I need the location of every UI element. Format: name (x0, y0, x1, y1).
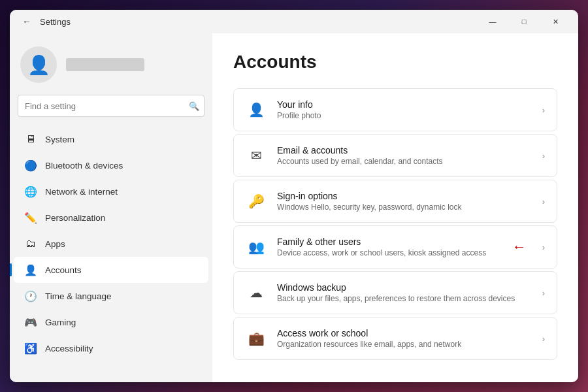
sidebar-label-apps: Apps (45, 239, 65, 249)
sidebar-item-bluetooth[interactable]: 🔵 Bluetooth & devices (14, 152, 208, 178)
access-work-icon: 💼 (246, 328, 267, 349)
nav-items: 🖥 System 🔵 Bluetooth & devices 🌐 Network… (10, 126, 212, 361)
sidebar-item-apps[interactable]: 🗂 Apps (14, 231, 208, 257)
sidebar-label-accessibility: Accessibility (45, 344, 93, 353)
time-icon: 🕐 (24, 289, 37, 302)
family-users-title: Family & other users (277, 237, 502, 247)
annotation-arrow: ← (512, 238, 527, 255)
close-button[interactable]: ✕ (540, 11, 570, 32)
accounts-icon: 👤 (24, 263, 37, 276)
search-icon: 🔍 (189, 101, 199, 111)
window-controls: — □ ✕ (478, 11, 570, 32)
sidebar-label-network: Network & internet (45, 187, 118, 197)
access-work-desc: Organization resources like email, apps,… (277, 340, 532, 349)
main-content: Accounts 👤 Your info Profile photo › ✉ E… (212, 33, 578, 382)
personalization-icon: ✏️ (24, 211, 37, 224)
card-windows-backup[interactable]: ☁ Windows backup Back up your files, app… (233, 271, 557, 314)
your-info-title: Your info (277, 99, 532, 110)
page-title: Accounts (233, 52, 557, 73)
windows-backup-icon: ☁ (246, 282, 267, 303)
search-box: 🔍 (18, 95, 204, 117)
family-users-desc: Device access, work or school users, kio… (277, 248, 502, 257)
sign-in-title: Sign-in options (277, 191, 532, 201)
bluetooth-icon: 🔵 (24, 159, 37, 172)
sidebar-item-accounts[interactable]: 👤 Accounts (14, 257, 208, 283)
windows-backup-title: Windows backup (277, 282, 532, 293)
email-accounts-title: Email & accounts (277, 145, 532, 155)
family-users-icon: 👥 (246, 237, 267, 257)
maximize-button[interactable]: □ (509, 11, 539, 32)
email-accounts-desc: Accounts used by email, calendar, and co… (277, 157, 532, 166)
user-profile: 👤 (10, 41, 212, 95)
your-info-desc: Profile photo (277, 111, 532, 120)
access-work-title: Access work or school (277, 328, 532, 338)
card-your-info[interactable]: 👤 Your info Profile photo › (233, 88, 557, 131)
sidebar-item-system[interactable]: 🖥 System (14, 126, 208, 152)
email-accounts-chevron: › (542, 151, 545, 161)
network-icon: 🌐 (24, 185, 37, 198)
sidebar-item-time[interactable]: 🕐 Time & language (14, 283, 208, 309)
sign-in-chevron: › (542, 197, 545, 206)
apps-icon: 🗂 (24, 237, 37, 250)
sidebar-item-personalization[interactable]: ✏️ Personalization (14, 204, 208, 231)
sidebar-item-gaming[interactable]: 🎮 Gaming (14, 309, 208, 335)
sidebar-item-accessibility[interactable]: ♿ Accessibility (14, 335, 208, 361)
content-area: 👤 🔍 🖥 System 🔵 Bluetooth & devices 🌐 Net… (10, 33, 578, 382)
settings-window: ← Settings — □ ✕ 👤 🔍 🖥 Syste (10, 10, 578, 382)
windows-backup-desc: Back up your files, apps, preferences to… (277, 294, 532, 303)
card-sign-in[interactable]: 🔑 Sign-in options Windows Hello, securit… (233, 180, 557, 223)
settings-cards: 👤 Your info Profile photo › ✉ Email & ac… (233, 88, 557, 360)
back-button[interactable]: ← (18, 12, 36, 31)
card-access-work[interactable]: 💼 Access work or school Organization res… (233, 317, 557, 360)
window-title: Settings (40, 17, 478, 27)
user-icon: 👤 (27, 54, 50, 76)
your-info-chevron: › (542, 105, 545, 115)
windows-backup-chevron: › (542, 288, 545, 298)
avatar: 👤 (20, 46, 57, 83)
family-users-chevron: › (542, 242, 545, 252)
system-icon: 🖥 (24, 133, 37, 146)
email-accounts-icon: ✉ (246, 145, 267, 166)
access-work-chevron: › (542, 334, 545, 344)
card-email-accounts[interactable]: ✉ Email & accounts Accounts used by emai… (233, 134, 557, 177)
sidebar: 👤 🔍 🖥 System 🔵 Bluetooth & devices 🌐 Net… (10, 33, 212, 382)
accessibility-icon: ♿ (24, 342, 37, 355)
sidebar-label-bluetooth: Bluetooth & devices (45, 161, 123, 171)
sidebar-label-gaming: Gaming (45, 318, 76, 327)
sidebar-label-personalization: Personalization (45, 213, 105, 223)
sidebar-item-network[interactable]: 🌐 Network & internet (14, 178, 208, 204)
sign-in-desc: Windows Hello, security key, password, d… (277, 203, 532, 212)
gaming-icon: 🎮 (24, 316, 37, 329)
titlebar: ← Settings — □ ✕ (10, 10, 578, 33)
sidebar-label-time: Time & language (45, 291, 112, 301)
sign-in-icon: 🔑 (246, 191, 267, 212)
minimize-button[interactable]: — (478, 11, 508, 32)
search-input[interactable] (18, 95, 204, 117)
card-family-users[interactable]: 👥 Family & other users Device access, wo… (233, 225, 557, 269)
your-info-icon: 👤 (246, 99, 267, 120)
sidebar-label-system: System (45, 135, 74, 144)
username-bar (66, 58, 144, 71)
sidebar-label-accounts: Accounts (45, 265, 82, 275)
